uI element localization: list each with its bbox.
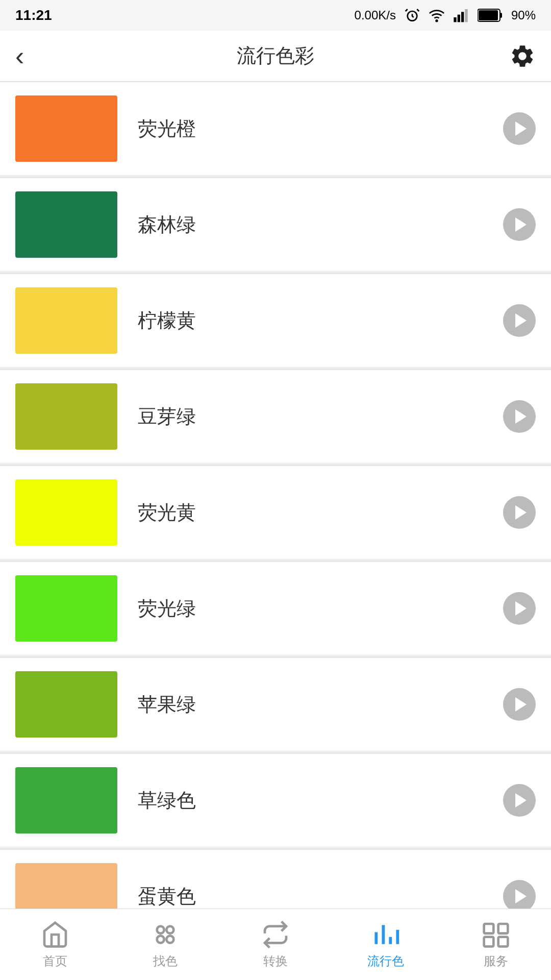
svg-rect-4 [454, 17, 456, 22]
chevron-right-icon [515, 601, 527, 616]
nav-convert-label: 转换 [263, 953, 288, 969]
color-list-item[interactable]: 柠檬黄 [0, 274, 551, 368]
chevron-right-icon [515, 697, 527, 712]
chevron-right-icon [515, 409, 527, 424]
svg-rect-19 [484, 924, 494, 934]
nav-service-label: 服务 [484, 953, 508, 969]
nav-trending[interactable]: 流行色 [331, 920, 441, 969]
battery-icon [478, 8, 503, 22]
color-name: 荧光绿 [117, 596, 503, 622]
svg-point-12 [166, 926, 173, 933]
svg-rect-21 [484, 937, 494, 946]
svg-point-13 [157, 936, 164, 943]
color-name: 苹果绿 [117, 692, 503, 718]
color-list-item[interactable]: 草绿色 [0, 753, 551, 847]
color-list-item[interactable]: 荧光橙 [0, 82, 551, 176]
settings-button[interactable] [505, 43, 536, 69]
svg-rect-7 [465, 9, 467, 22]
color-swatch [15, 479, 117, 546]
svg-line-1 [406, 9, 408, 11]
color-swatch [15, 575, 117, 642]
color-name: 柠檬黄 [117, 308, 503, 334]
nav-trending-label: 流行色 [367, 953, 404, 969]
wifi-icon [429, 7, 445, 23]
color-swatch [15, 95, 117, 162]
svg-point-11 [157, 926, 164, 933]
home-icon [41, 920, 69, 949]
svg-rect-6 [461, 12, 464, 22]
status-bar: 11:21 0.00K/s 90% [0, 0, 551, 31]
color-list-item[interactable]: 荧光绿 [0, 561, 551, 655]
service-icon [482, 920, 510, 949]
nav-findcolor-label: 找色 [153, 953, 178, 969]
color-name: 森林绿 [117, 212, 503, 238]
svg-rect-10 [500, 13, 502, 18]
color-name: 蛋黄色 [117, 884, 503, 909]
network-speed: 0.00K/s [355, 8, 396, 22]
bottom-nav: 首页 找色 转换 [0, 909, 551, 980]
color-list-item[interactable]: 蛋黄色 [0, 849, 551, 909]
chevron-button[interactable] [503, 496, 536, 529]
svg-rect-20 [498, 924, 508, 934]
chevron-button[interactable] [503, 592, 536, 625]
status-time: 11:21 [15, 7, 52, 23]
chevron-right-icon [515, 505, 527, 520]
svg-point-14 [166, 936, 173, 943]
top-nav: ‹ 流行色彩 [0, 31, 551, 82]
chevron-button[interactable] [503, 688, 536, 721]
status-right: 0.00K/s 90% [355, 7, 536, 23]
chevron-right-icon [515, 793, 527, 807]
color-list-item[interactable]: 苹果绿 [0, 657, 551, 751]
color-swatch [15, 767, 117, 834]
color-name: 豆芽绿 [117, 404, 503, 430]
gear-icon [509, 43, 536, 69]
chevron-button[interactable] [503, 208, 536, 241]
chevron-button[interactable] [503, 304, 536, 337]
findcolor-icon [151, 920, 180, 949]
chevron-button[interactable] [503, 400, 536, 433]
color-swatch [15, 863, 117, 909]
nav-convert[interactable]: 转换 [220, 920, 331, 969]
color-swatch [15, 287, 117, 354]
convert-icon [261, 920, 290, 949]
color-list-item[interactable]: 荧光黄 [0, 465, 551, 559]
color-name: 荧光黄 [117, 500, 503, 526]
color-list-item[interactable]: 森林绿 [0, 178, 551, 272]
chevron-right-icon [515, 121, 527, 136]
signal-icon [453, 7, 469, 23]
chevron-button[interactable] [503, 784, 536, 817]
color-list-item[interactable]: 豆芽绿 [0, 370, 551, 463]
trending-icon [371, 920, 400, 949]
nav-home-label: 首页 [43, 953, 67, 969]
chevron-button[interactable] [503, 112, 536, 145]
nav-home[interactable]: 首页 [0, 920, 110, 969]
color-swatch [15, 671, 117, 738]
chevron-right-icon [515, 313, 527, 328]
chevron-right-icon [515, 889, 527, 903]
svg-rect-22 [498, 937, 508, 946]
nav-findcolor[interactable]: 找色 [110, 920, 220, 969]
page-title: 流行色彩 [46, 43, 505, 69]
svg-point-3 [436, 20, 438, 21]
svg-rect-5 [458, 15, 460, 22]
color-name: 荧光橙 [117, 116, 503, 142]
chevron-button[interactable] [503, 880, 536, 909]
back-button[interactable]: ‹ [15, 41, 46, 71]
color-swatch [15, 383, 117, 450]
chevron-right-icon [515, 217, 527, 232]
color-name: 草绿色 [117, 788, 503, 814]
nav-service[interactable]: 服务 [441, 920, 551, 969]
svg-rect-9 [479, 10, 498, 20]
alarm-icon [404, 7, 420, 23]
battery-percent: 90% [511, 8, 536, 22]
color-list: 荧光橙 森林绿 柠檬黄 豆芽绿 荧光黄 荧光绿 苹果 [0, 82, 551, 909]
color-swatch [15, 191, 117, 258]
svg-line-2 [417, 9, 419, 11]
